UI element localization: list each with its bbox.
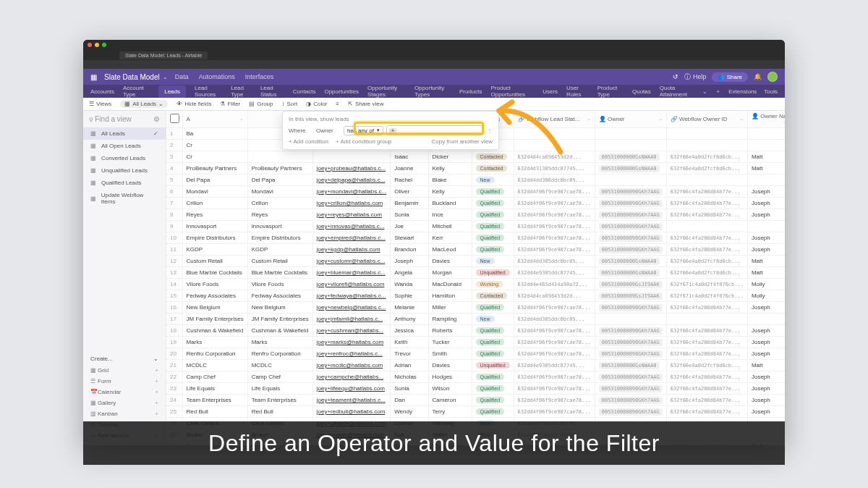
tables-nav: AccountsAccount TypeLeadsLead SourcesLea…	[83, 85, 785, 98]
column-header[interactable]: A⌄	[182, 111, 247, 128]
table-tab[interactable]: Account Type	[123, 85, 150, 98]
view-item[interactable]: ▦All Leads✓	[83, 127, 166, 140]
column-header[interactable]	[166, 111, 182, 128]
gear-icon[interactable]: ⚙	[153, 115, 160, 123]
nav-interfaces[interactable]: Interfaces	[245, 73, 274, 80]
table-tab[interactable]: Lead Sources	[195, 85, 222, 98]
history-icon[interactable]: ↺	[673, 73, 678, 80]
view-item[interactable]: ▦Update Webflow Items	[83, 189, 166, 208]
table-tab[interactable]: Lead Type	[231, 85, 252, 98]
table-tab[interactable]: Accounts	[90, 88, 114, 95]
add-table-icon[interactable]: ⌄	[702, 88, 707, 95]
remove-condition-icon[interactable]: ⋮	[487, 127, 493, 134]
table-row[interactable]: 13Blue Marble CocktailsBlue Marble Cockt…	[166, 267, 785, 279]
condition-field-select[interactable]: Owner	[316, 127, 341, 134]
table-tab[interactable]: Quota Attainment	[660, 85, 694, 98]
avatar[interactable]	[767, 72, 778, 82]
create-header[interactable]: Create...⌄	[89, 353, 160, 365]
extensions-link[interactable]: Extensions	[728, 88, 757, 95]
hide-fields-button[interactable]: 👁 Hide fields	[176, 101, 211, 107]
create-item[interactable]: 📅Calendar+	[89, 387, 160, 397]
column-header[interactable]: 👤 Owner Nam...⌄	[747, 111, 785, 128]
table-row[interactable]: 12Custom RetailCustom Retailjoey+customr…	[166, 256, 785, 267]
table-tab[interactable]: Lead Status	[260, 85, 284, 98]
bell-icon[interactable]: 🔔	[754, 73, 762, 80]
nav-data[interactable]: Data	[175, 73, 189, 80]
row-height-button[interactable]: ≡	[336, 101, 339, 107]
table-tab[interactable]: Contacts	[293, 88, 316, 95]
table-tab[interactable]: Product Opportunities	[490, 85, 534, 98]
column-header[interactable]: 🔗 Webflow Lead Stat...⌄	[514, 111, 595, 128]
table-row[interactable]: 5Del PapaDel Papajoey+delpapa@hatlabs.c.…	[166, 174, 785, 186]
table-tab[interactable]: Users	[542, 88, 558, 95]
tools-link[interactable]: Tools	[764, 88, 778, 95]
add-table-icon[interactable]: +	[716, 88, 720, 95]
table-row[interactable]: 4ProBeauty PartnersProBeauty Partnersjoe…	[166, 163, 785, 174]
create-item[interactable]: ▦Grid+	[89, 365, 160, 376]
view-item[interactable]: ▦Unqualified Leads	[83, 164, 166, 177]
table-tab[interactable]: Products	[459, 88, 482, 95]
select-all-checkbox[interactable]	[170, 114, 179, 123]
table-row[interactable]: 25Red BullRed Bulljoey+redbull@hatlabs.c…	[166, 406, 785, 418]
group-button[interactable]: ▤ Group	[249, 101, 273, 107]
value-chip[interactable]: +	[389, 128, 396, 133]
table-row[interactable]: 17JM Family EnterprisesJM Family Enterpr…	[166, 314, 785, 325]
operator-select[interactable]: has any of▾	[344, 126, 383, 135]
add-condition-link[interactable]: + Add condition	[289, 138, 328, 145]
url-bar[interactable]	[83, 60, 785, 69]
table-row[interactable]: 9InnovasportInnovasportjoey+innovas@hatl…	[166, 221, 785, 232]
table-row[interactable]: 14Vilore FoodsVilore Foodsjoey+vilorefi@…	[166, 279, 785, 290]
data-grid[interactable]: A⌄👤 Last Name⌄◯ Status⌄🔗 Webflow Lead St…	[166, 111, 785, 445]
browser-tab[interactable]: Slate Data Model: Leads - Airtable	[119, 51, 208, 59]
table-row[interactable]: 10Empire DistributorsEmpire Distributors…	[166, 232, 785, 244]
table-row[interactable]: 23Life EqualsLife Equalsjoey+lifeequ@hat…	[166, 383, 785, 395]
table-row[interactable]: 22Camp ChefCamp Chefjoey+campche@hatlabs…	[166, 371, 785, 383]
table-tab[interactable]: Quotas	[632, 88, 651, 95]
view-selector[interactable]: ▦ All Leads ⌄	[120, 100, 168, 108]
table-row[interactable]: 6MondaviMondavijoey+mondavi@hatlabs.c...…	[166, 186, 785, 198]
table-row[interactable]: 8ReyesReyesjoey+reyes@hatlabs.comSoniaIn…	[166, 209, 785, 221]
browser-window: Slate Data Model: Leads - Airtable ▦ Sla…	[83, 40, 785, 445]
table-row[interactable]: 18Cushman & WakefieldCushman & Wakefield…	[166, 325, 785, 337]
sort-button[interactable]: ↕ Sort	[282, 101, 298, 107]
view-item[interactable]: ▦Converted Leads	[83, 152, 166, 164]
chevron-down-icon: ⌄	[163, 74, 168, 80]
table-row[interactable]: 21MCDLCMCDLCjoey+mcdlc@hatlabs.comAdrian…	[166, 360, 785, 371]
table-row[interactable]: 3CrIsaacDickerContacted632d4d4ca698453d2…	[166, 151, 785, 163]
table-tab[interactable]: Opportunities	[324, 88, 359, 95]
copy-from-view-link[interactable]: Copy from another view	[432, 138, 493, 145]
table-tab[interactable]: Opportunity Types	[414, 85, 451, 98]
table-tab[interactable]: Opportunity Stages	[367, 85, 406, 98]
table-row[interactable]: 20Renfro CorporationRenfro Corporationjo…	[166, 348, 785, 360]
find-view-input[interactable]: ⚲ Find a view⚙	[83, 111, 166, 127]
table-tab[interactable]: User Roles	[566, 85, 589, 98]
table-row[interactable]: 15Fedway AssociatesFedway Associatesjoey…	[166, 290, 785, 302]
table-row[interactable]: 7CrillonCrillonjoey+crillon@hatlabs.comB…	[166, 198, 785, 209]
nav-automations[interactable]: Automations	[199, 73, 235, 80]
table-row[interactable]: 19MarksMarksjoey+marks@hatlabs.comKeithT…	[166, 337, 785, 348]
table-tab[interactable]: Leads	[158, 85, 186, 98]
close-window-icon[interactable]	[88, 43, 92, 47]
create-item[interactable]: ▥Kanban+	[89, 408, 160, 419]
table-row[interactable]: 11KGDPKGDPjoey+kgdp@hatlabs.comBrandonMa…	[166, 244, 785, 256]
minimize-window-icon[interactable]	[95, 43, 99, 47]
view-item[interactable]: ▦All Open Leads	[83, 140, 166, 152]
column-header[interactable]: 👤 Owner⌄	[595, 111, 666, 128]
value-input[interactable]: +	[386, 125, 484, 135]
views-toggle[interactable]: ☰ Views	[89, 101, 111, 107]
color-button[interactable]: ◑ Color	[306, 101, 327, 107]
table-row[interactable]: 16New BelgiumNew Belgiumjoey+newbelg@hat…	[166, 302, 785, 314]
table-row[interactable]: 24Team EnterprisesTeam Enterprisesjoey+t…	[166, 395, 785, 406]
help-link[interactable]: ⓘ Help	[684, 72, 706, 82]
maximize-window-icon[interactable]	[102, 43, 106, 47]
create-item[interactable]: ☰Form+	[89, 376, 160, 387]
view-item[interactable]: ▦Qualified Leads	[83, 177, 166, 189]
create-item[interactable]: ▦Gallery+	[89, 397, 160, 408]
base-title[interactable]: Slate Data Model⌄	[104, 73, 168, 81]
add-condition-group-link[interactable]: + Add condition group	[336, 138, 392, 145]
share-button[interactable]: 👥 Share	[712, 72, 748, 82]
filter-button[interactable]: ⚗ Filter	[220, 101, 240, 107]
column-header[interactable]: 🔗 Webflow Owner ID⌄	[666, 111, 747, 128]
table-tab[interactable]: Product Type	[597, 85, 624, 98]
share-view-button[interactable]: ⇱ Share view	[348, 101, 384, 107]
